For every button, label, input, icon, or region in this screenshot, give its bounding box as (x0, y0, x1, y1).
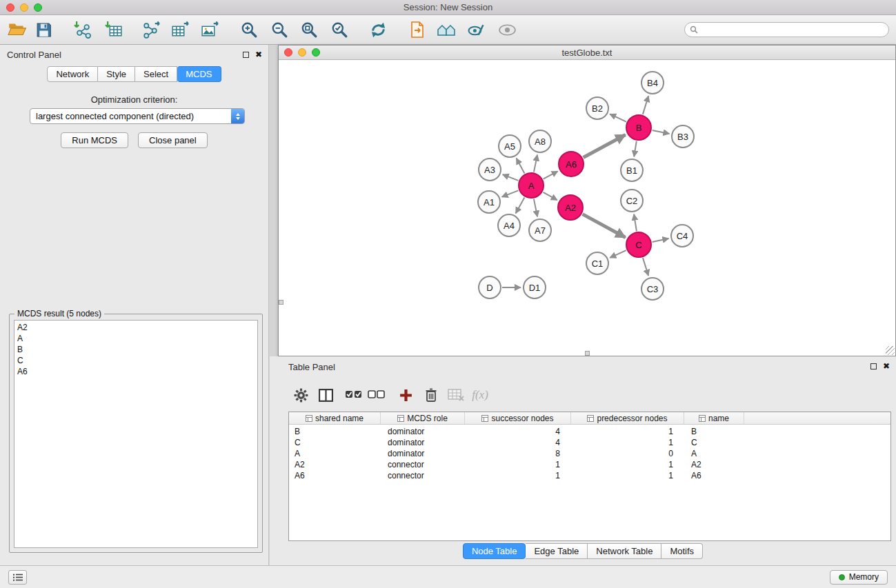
import-network-icon[interactable] (71, 18, 94, 41)
table-row[interactable]: Adominator80A (289, 448, 890, 459)
optimization-criterion-dropdown[interactable]: largest connected component (directed) (30, 108, 245, 124)
eye-pencil-icon[interactable] (464, 18, 488, 41)
export-table-icon[interactable] (168, 18, 191, 41)
network-edge-A-A5[interactable] (517, 159, 525, 174)
mcds-result-item[interactable]: A (17, 333, 255, 344)
export-network-icon[interactable] (139, 18, 162, 41)
houses-icon[interactable] (435, 18, 458, 41)
network-edge-A-A1[interactable] (502, 190, 519, 196)
network-node-A3[interactable]: A3 (478, 158, 501, 181)
network-edge-A-A4[interactable] (516, 198, 525, 214)
network-edge-C-C4[interactable] (653, 239, 669, 242)
tab-motifs[interactable]: Motifs (661, 543, 703, 559)
column-header-successor-nodes[interactable]: successor nodes (465, 412, 571, 424)
zoom-selected-icon[interactable] (328, 18, 351, 41)
network-edge-A-A7[interactable] (534, 199, 537, 217)
network-node-A4[interactable]: A4 (497, 214, 521, 237)
network-edge-A2-C[interactable] (583, 214, 626, 238)
table-float-panel-icon[interactable] (870, 363, 877, 369)
network-edge-B-B4[interactable] (643, 96, 648, 114)
network-edge-A-A3[interactable] (503, 174, 519, 181)
network-node-D[interactable]: D (478, 276, 501, 299)
column-header-filler (744, 412, 890, 424)
tab-style[interactable]: Style (98, 66, 135, 82)
network-edge-B-B1[interactable] (634, 141, 637, 157)
tab-network-table[interactable]: Network Table (588, 543, 661, 559)
float-panel-icon[interactable] (243, 52, 249, 58)
network-node-A[interactable]: A (518, 172, 544, 199)
mcds-result-item[interactable]: B (17, 344, 255, 355)
network-edge-B-B2[interactable] (610, 114, 626, 121)
network-node-A1[interactable]: A1 (477, 190, 501, 214)
unselect-all-icon[interactable] (366, 385, 387, 405)
table-close-panel-icon[interactable]: ✖ (883, 362, 890, 370)
network-node-D1[interactable]: D1 (523, 276, 546, 299)
task-history-button[interactable] (8, 570, 27, 585)
network-edge-A-A8[interactable] (534, 155, 537, 172)
table-row[interactable]: A6connector11A6 (289, 470, 890, 481)
column-header-MCDS-role[interactable]: MCDS role (381, 412, 465, 424)
network-node-A6[interactable]: A6 (558, 151, 584, 177)
save-icon[interactable] (32, 18, 55, 41)
tab-mcds[interactable]: MCDS (177, 66, 221, 82)
add-column-icon[interactable] (395, 385, 416, 405)
tab-network[interactable]: Network (47, 66, 98, 82)
gear-icon[interactable] (290, 385, 311, 405)
column-header-predecessor-nodes[interactable]: predecessor nodes (571, 412, 684, 424)
network-node-A8[interactable]: A8 (528, 130, 552, 153)
network-node-C1[interactable]: C1 (586, 252, 609, 275)
column-header-shared-name[interactable]: shared name (289, 412, 381, 424)
eye-icon[interactable] (495, 18, 519, 41)
table-row[interactable]: Bdominator41B (289, 426, 890, 437)
zoom-out-icon[interactable] (268, 18, 291, 41)
network-edge-C-C3[interactable] (643, 258, 648, 276)
export-image-icon[interactable] (197, 18, 221, 41)
tab-select[interactable]: Select (135, 66, 177, 82)
network-node-B4[interactable]: B4 (641, 71, 664, 94)
network-node-C[interactable]: C (626, 232, 652, 258)
network-node-A7[interactable]: A7 (528, 219, 552, 242)
table-row[interactable]: Cdominator41C (289, 437, 890, 448)
run-mcds-button[interactable]: Run MCDS (61, 132, 128, 148)
network-edge-A-A6[interactable] (544, 171, 558, 179)
function-builder-icon: f(x) (470, 385, 490, 405)
network-node-A5[interactable]: A5 (498, 134, 521, 158)
zoom-in-icon[interactable] (237, 18, 261, 41)
columns-icon[interactable] (315, 385, 336, 405)
search-box[interactable] (684, 22, 889, 37)
close-panel-button[interactable]: Close panel (138, 132, 208, 148)
network-edge-C-C2[interactable] (634, 214, 637, 231)
network-edge-A-A2[interactable] (543, 192, 557, 200)
table-row[interactable]: A2connector11A2 (289, 459, 890, 470)
close-panel-icon[interactable]: ✖ (255, 50, 262, 59)
column-header-name[interactable]: name (684, 412, 744, 424)
select-all-icon[interactable] (344, 385, 364, 405)
network-edge-C-C1[interactable] (610, 250, 626, 258)
import-table-icon[interactable] (102, 18, 126, 41)
network-edge-A6-B[interactable] (584, 134, 626, 157)
mcds-result-item[interactable]: A2 (17, 322, 255, 333)
zoom-fit-icon[interactable] (297, 18, 321, 41)
mcds-result-item[interactable]: A6 (17, 366, 255, 377)
network-node-B1[interactable]: B1 (620, 159, 644, 182)
network-canvas[interactable]: B4B2BB3A5A8A6B1A3AC2A1A2A4A7C4CC1C3DD1 (279, 60, 895, 356)
network-edge-B-B3[interactable] (653, 130, 670, 134)
network-node-B[interactable]: B (626, 114, 652, 141)
memory-button[interactable]: Memory (830, 570, 888, 585)
dropdown-stepper-icon[interactable] (231, 109, 244, 123)
network-node-C3[interactable]: C3 (641, 277, 664, 301)
network-node-A2[interactable]: A2 (557, 194, 584, 221)
open-folder-icon[interactable] (6, 18, 29, 41)
search-input[interactable] (698, 23, 888, 36)
tab-edge-table[interactable]: Edge Table (526, 543, 588, 559)
network-node-C4[interactable]: C4 (670, 224, 694, 247)
refresh-icon[interactable] (366, 18, 390, 41)
network-node-B3[interactable]: B3 (671, 125, 695, 148)
trash-icon[interactable] (421, 385, 441, 405)
mcds-result-item[interactable]: C (17, 355, 255, 366)
document-arrow-icon[interactable] (406, 18, 429, 41)
network-node-B2[interactable]: B2 (586, 97, 609, 120)
tab-node-table[interactable]: Node Table (463, 543, 526, 559)
network-node-C2[interactable]: C2 (620, 189, 644, 212)
mcds-result-list[interactable]: A2ABCA6 (14, 320, 258, 548)
